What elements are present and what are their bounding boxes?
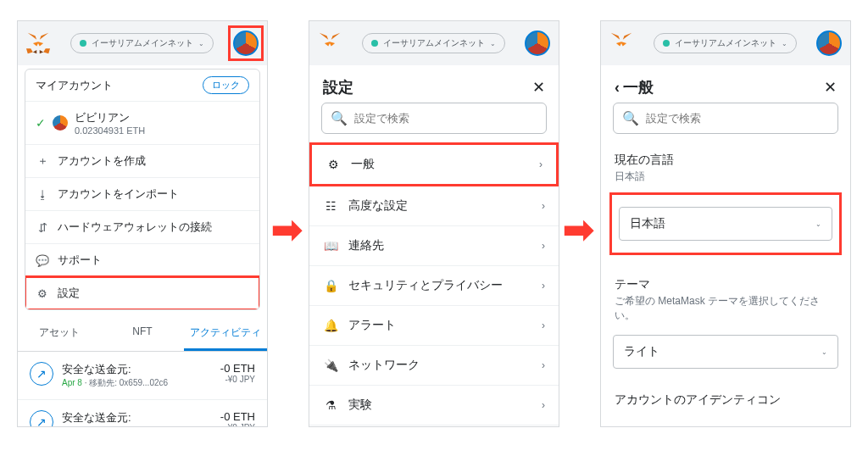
account-balance: 0.02304931 ETH [75, 125, 145, 136]
theme-select[interactable]: ライト ⌄ [613, 335, 838, 369]
metamask-logo [609, 31, 633, 55]
account-avatar[interactable] [816, 31, 842, 56]
chevron-down-icon: ⌄ [782, 40, 787, 47]
transaction-row[interactable]: ↗ 安全な送金元: Apr 8 · 移動先: 0x901...e9f4 -0 E… [18, 400, 267, 427]
gear-icon: ⚙ [326, 158, 341, 171]
plug-icon: 🔌 [323, 359, 338, 372]
svg-marker-0 [40, 33, 49, 40]
language-hint: 日本語 [615, 170, 837, 184]
book-icon: 📖 [323, 239, 338, 253]
page-title: 一般 [623, 77, 654, 97]
chevron-right-icon: › [539, 158, 542, 170]
network-selector[interactable]: イーサリアムメインネット ⌄ [362, 33, 505, 53]
svg-marker-5 [33, 50, 36, 53]
metamask-logo [26, 31, 50, 55]
bell-icon: 🔔 [323, 319, 338, 332]
chevron-right-icon: › [542, 240, 545, 252]
tab-activity[interactable]: アクティビティ [184, 317, 267, 351]
svg-marker-11 [611, 33, 620, 40]
account-avatar[interactable] [233, 31, 259, 56]
settings-button[interactable]: ⚙ 設定 [25, 277, 259, 309]
outgoing-icon: ↗ [30, 410, 53, 427]
import-account-button[interactable]: ⭳ アカウントをインポート [25, 178, 259, 211]
svg-marker-8 [320, 33, 329, 40]
gear-icon: ⚙ [36, 287, 49, 300]
chevron-right-icon: › [542, 200, 545, 212]
svg-marker-1 [28, 33, 37, 40]
support-button[interactable]: 💬 サポート [25, 244, 259, 277]
svg-marker-6 [40, 50, 43, 53]
network-status-dot [371, 40, 378, 47]
check-icon: ✓ [36, 116, 46, 130]
tab-nft[interactable]: NFT [101, 317, 184, 351]
svg-marker-12 [616, 42, 626, 46]
chevron-down-icon: ⌄ [490, 40, 496, 47]
account-avatar[interactable] [525, 31, 550, 56]
chevron-right-icon: › [542, 359, 545, 371]
search-input[interactable]: 🔍 [613, 103, 838, 134]
theme-hint: ご希望の MetaMask テーマを選択してください。 [615, 294, 837, 323]
my-account-heading: マイアカウント [36, 78, 113, 93]
svg-marker-3 [26, 48, 33, 53]
settings-item-contacts[interactable]: 📖連絡先 › [309, 226, 559, 266]
account-name: ビビリアン [75, 110, 145, 125]
identicon-label: アカウントのアイデンティコン [615, 392, 837, 408]
svg-marker-10 [623, 33, 632, 40]
flask-icon: ⚗ [323, 398, 338, 412]
chevron-right-icon: › [542, 399, 545, 411]
outgoing-icon: ↗ [30, 362, 53, 386]
theme-label: テーマ [615, 277, 837, 292]
create-account-button[interactable]: ＋ アカウントを作成 [25, 145, 259, 178]
network-name: イーサリアムメインネット [92, 37, 193, 49]
language-select[interactable]: 日本語 ⌄ [619, 207, 832, 241]
chat-icon: 💬 [36, 254, 49, 267]
sliders-icon: ☷ [323, 199, 338, 213]
network-selector[interactable]: イーサリアムメインネット ⌄ [654, 33, 797, 53]
chevron-down-icon: ⌄ [198, 40, 204, 47]
network-status-dot [663, 40, 670, 47]
svg-marker-2 [43, 48, 50, 53]
search-icon: 🔍 [622, 110, 639, 126]
connect-hardware-button[interactable]: ⇵ ハードウェアウォレットの接続 [25, 211, 259, 244]
settings-item-advanced[interactable]: ☷高度な設定 › [309, 186, 559, 226]
settings-item-general[interactable]: ⚙一般 › [309, 142, 559, 186]
tab-assets[interactable]: アセット [18, 317, 101, 351]
lock-icon: 🔒 [323, 279, 338, 292]
svg-marker-7 [331, 33, 341, 40]
account-identicon [53, 115, 68, 131]
plus-icon: ＋ [36, 153, 49, 169]
settings-item-alerts[interactable]: 🔔アラート › [309, 306, 559, 346]
arrow-icon: ➡ [563, 208, 594, 251]
close-icon[interactable]: ✕ [824, 78, 837, 97]
language-label: 現在の言語 [615, 153, 837, 168]
search-icon: 🔍 [331, 110, 348, 126]
svg-marker-4 [33, 42, 43, 46]
download-icon: ⭳ [36, 188, 49, 201]
page-title: 設定 [323, 77, 353, 97]
metamask-logo [318, 31, 342, 55]
network-selector[interactable]: イーサリアムメインネット ⌄ [70, 33, 214, 53]
svg-marker-9 [325, 42, 335, 46]
close-icon[interactable]: ✕ [532, 78, 545, 97]
settings-item-networks[interactable]: 🔌ネットワーク › [309, 346, 559, 386]
chevron-down-icon: ⌄ [815, 220, 821, 228]
search-input[interactable]: 🔍 [321, 103, 547, 134]
chevron-right-icon: › [542, 280, 545, 292]
settings-item-experimental[interactable]: ⚗実験 › [309, 386, 559, 425]
chevron-right-icon: › [542, 320, 545, 331]
back-icon[interactable]: ‹ [615, 79, 620, 97]
lock-button[interactable]: ロック [203, 76, 249, 94]
account-row[interactable]: ✓ ビビリアン 0.02304931 ETH [25, 102, 259, 145]
chevron-down-icon: ⌄ [821, 348, 827, 356]
arrow-icon: ➡ [271, 208, 303, 251]
transaction-row[interactable]: ↗ 安全な送金元: Apr 8 · 移動先: 0x659...02c6 -0 E… [18, 352, 267, 400]
hardware-icon: ⇵ [36, 221, 49, 234]
network-status-dot [80, 40, 86, 47]
settings-item-security[interactable]: 🔒セキュリティとプライバシー › [309, 266, 559, 306]
